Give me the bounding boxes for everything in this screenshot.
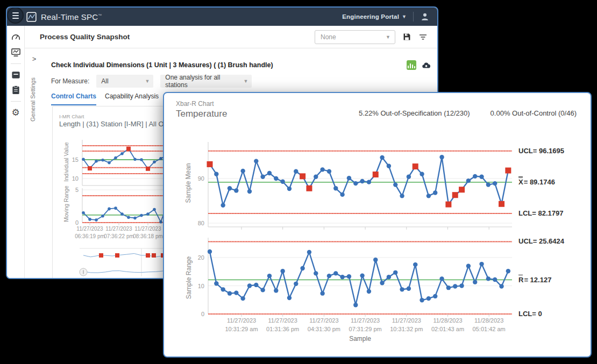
sample-axis-label: Sample <box>208 335 512 342</box>
sidebar-divider <box>11 63 21 64</box>
svg-text:11/27/202307:36:22 pm: 11/27/202307:36:22 pm <box>104 226 134 239</box>
sidebar-divider <box>11 101 21 102</box>
svg-text:11/27/202301:31:36 pm: 11/27/202301:31:36 pm <box>266 317 299 332</box>
mean-center-label: X= 89.1746 <box>518 178 555 186</box>
range-lcl-label: LCL= 0 <box>518 310 542 318</box>
desktop-stage: Real-Time SPC™ Engineering Portal ▼ <box>0 0 597 364</box>
svg-text:11/27/202308:36:18 pm: 11/27/202308:36:18 pm <box>133 226 163 239</box>
xbar-r-chart-window: Xbar-R Chart Temperature 5.22% Out-of-Sp… <box>163 92 592 358</box>
range-center-label: R= 12.127 <box>518 276 551 284</box>
mean-lcl-label: LCL= 82.1797 <box>518 209 563 217</box>
svg-text:10: 10 <box>198 283 204 289</box>
svg-text:5: 5 <box>75 187 79 193</box>
user-account-icon[interactable] <box>420 12 430 22</box>
navbar-divider <box>413 12 414 22</box>
expand-chevron-icon[interactable]: > <box>25 55 44 63</box>
svg-text:15: 15 <box>72 156 79 163</box>
svg-text:11/28/202302:01:43 am: 11/28/202302:01:43 am <box>431 317 464 332</box>
svg-text:11/27/202306:36:19 pm: 11/27/202306:36:19 pm <box>75 226 105 239</box>
svg-text:11/28/202305:01:42 am: 11/28/202305:01:42 am <box>473 317 506 332</box>
chevron-down-icon: ▼ <box>145 78 150 84</box>
svg-text:11/27/202310:31:32 pm: 11/27/202310:31:32 pm <box>390 317 423 332</box>
top-navbar: Real-Time SPC™ Engineering Portal ▼ <box>7 8 437 26</box>
app-logo-icon <box>26 12 37 22</box>
clipboard-icon[interactable] <box>11 85 21 95</box>
general-settings-strip: > General Settings <box>25 48 44 278</box>
svg-text:10: 10 <box>72 175 79 182</box>
page-header-row: Process Quality Snapshot None ▼ <box>25 26 438 48</box>
portal-selector[interactable]: Engineering Portal <box>342 13 399 20</box>
card-reader-icon[interactable] <box>11 70 21 80</box>
analysis-chart-icon[interactable] <box>407 60 416 70</box>
for-measure-label: For Measure: <box>51 77 89 85</box>
tab-capability-analysis[interactable]: Capability Analysis <box>105 92 159 105</box>
left-sidebar: ⚙ <box>7 26 25 278</box>
panel-title: Check Individual Dimensions (1 Unit | 3 … <box>51 61 273 69</box>
chevron-down-icon: ▼ <box>243 78 248 84</box>
tab-control-charts[interactable]: Control Charts <box>51 92 96 105</box>
svg-text:90: 90 <box>198 175 204 182</box>
measure-select[interactable]: All ▼ <box>96 75 153 88</box>
cloud-download-icon[interactable] <box>422 61 431 70</box>
app-title: Real-Time SPC™ <box>41 12 102 22</box>
gear-icon[interactable]: ⚙ <box>11 108 21 118</box>
page-title: Process Quality Snapshot <box>40 33 130 41</box>
snapshot-preset-select[interactable]: None ▼ <box>315 30 395 44</box>
svg-text:0: 0 <box>201 311 204 317</box>
hamburger-menu-icon[interactable] <box>8 8 23 23</box>
general-settings-label: General Settings <box>30 73 38 126</box>
svg-text:11/27/202304:31:30 pm: 11/27/202304:31:30 pm <box>308 317 340 332</box>
tab-bar: Control Charts Capability Analysis <box>51 92 159 105</box>
range-ucl-label: UCL= 25.6424 <box>518 237 564 245</box>
svg-text:20: 20 <box>198 254 204 261</box>
analysis-mode-select[interactable]: One analysis for all stations ▼ <box>160 75 252 88</box>
trademark-symbol: ™ <box>98 13 102 17</box>
svg-text:11/27/202310:31:29 am: 11/27/202310:31:29 am <box>225 317 258 332</box>
svg-text:0: 0 <box>75 219 79 226</box>
svg-text:11/27/202307:31:29 pm: 11/27/202307:31:29 pm <box>349 317 382 332</box>
mean-ucl-label: UCL= 96.1695 <box>518 147 564 155</box>
svg-text:80: 80 <box>198 220 204 226</box>
chevron-down-icon: ▼ <box>386 34 390 40</box>
monitor-chart-icon[interactable] <box>11 47 21 58</box>
dashboard-gauge-icon[interactable] <box>11 32 21 42</box>
save-icon[interactable] <box>402 32 411 41</box>
filter-icon[interactable] <box>418 32 428 41</box>
chevron-down-icon[interactable]: ▼ <box>402 14 407 19</box>
